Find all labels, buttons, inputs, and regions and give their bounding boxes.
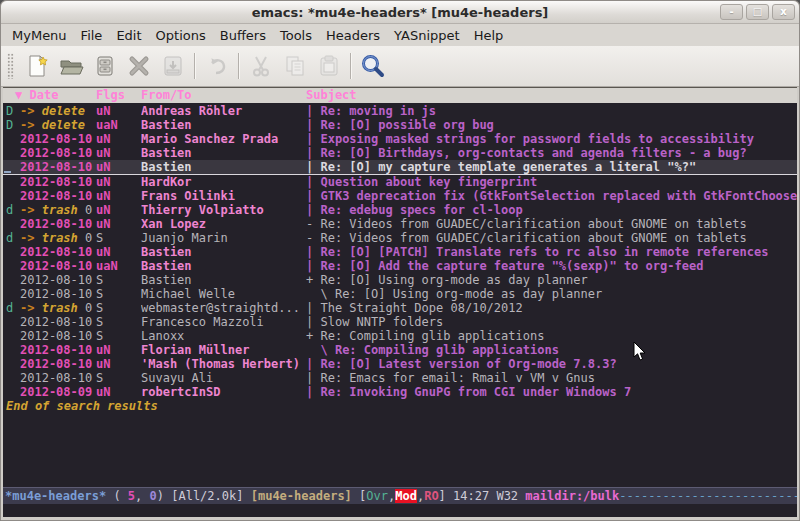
menu-item-yasnippet[interactable]: YASnippet	[387, 26, 467, 45]
menu-item-help[interactable]: Help	[467, 26, 511, 45]
subject-cell: | Re: edebug specs for cl-loop	[306, 203, 797, 217]
thread-prefix: \	[306, 287, 335, 301]
menu-item-tools[interactable]: Tools	[273, 26, 319, 45]
menu-item-buffers[interactable]: Buffers	[213, 26, 273, 45]
column-from-to[interactable]: From/To	[141, 88, 192, 103]
menu-item-headers[interactable]: Headers	[319, 26, 387, 45]
open-folder-icon[interactable]	[54, 50, 88, 82]
date-cell: 2012-08-10	[20, 217, 96, 231]
from-cell: Frans Oilinki	[141, 189, 306, 203]
message-row[interactable]: 2012-08-10SLanoxx+ Re: Compiling glib ap…	[3, 329, 797, 343]
message-row[interactable]: D-> deleteuaNBastien| Re: [O] possible o…	[3, 118, 797, 132]
menu-item-mymenu[interactable]: MyMenu	[5, 26, 74, 45]
modeline-segment-maildir: maildir:/bulk	[525, 489, 619, 503]
subject-cell: | GTK3 deprecation fix (GtkFontSelection…	[306, 189, 797, 203]
window-title: emacs: *mu4e-headers* [mu4e-headers]	[252, 5, 549, 20]
from-cell: HardKor	[141, 175, 306, 189]
flags-cell: S	[96, 371, 141, 385]
thread-prefix: +	[306, 273, 320, 287]
from-cell: Suvayu Ali	[141, 371, 306, 385]
close-button[interactable]: x	[772, 4, 795, 20]
date-cell: 2012-08-10	[20, 343, 96, 357]
mark-for-none	[6, 132, 20, 146]
subject-text: Re: [O] Using org-mode as day planner	[320, 273, 587, 287]
modeline-segment-plain: ,	[135, 489, 149, 503]
thread-prefix: |	[306, 189, 320, 203]
menu-bar: MyMenuFileEditOptionsBuffersToolsHeaders…	[1, 24, 799, 46]
modeline-segment-plain: (	[106, 489, 128, 503]
mark-for-none	[6, 357, 20, 371]
message-row[interactable]: 2012-08-10SFrancesco Mazzoli| Slow NNTP …	[3, 315, 797, 329]
subject-cell: | Exposing masked strings for password f…	[306, 132, 797, 146]
subject-text: The Straight Dope 08/10/2012	[320, 301, 522, 315]
from-cell: Xan Lopez	[141, 217, 306, 231]
column-date[interactable]: ▼ Date	[15, 88, 58, 103]
message-row[interactable]: 2012-08-09uNrobertcInSD| Re: Invoking Gn…	[3, 385, 797, 399]
thread-prefix: -	[306, 217, 320, 231]
flags-cell: uN	[96, 160, 141, 174]
message-row[interactable]: 2012-08-10uNXan Lopez- Re: Videos from G…	[3, 217, 797, 231]
action-arrow: ->	[20, 231, 42, 245]
message-row[interactable]: 2012-08-10uNBastien| Re: [O] Birthdays, …	[3, 146, 797, 160]
message-row[interactable]: d-> trash 0Swebmaster@straightd...| The …	[3, 301, 797, 315]
message-row[interactable]: d-> trash 0SJuanjo Marin- Re: Videos fro…	[3, 231, 797, 245]
message-row[interactable]: 2012-08-10uNHardKor| Question about key …	[3, 175, 797, 189]
subject-cell: | The Straight Dope 08/10/2012	[306, 301, 797, 315]
message-row[interactable]: 2012-08-10uNFrans Oilinki| GTK3 deprecat…	[3, 189, 797, 203]
menu-item-edit[interactable]: Edit	[109, 26, 148, 45]
thread-prefix: |	[306, 146, 320, 160]
subject-cell: | Re: [O] Add the capture feature "%(sex…	[306, 259, 797, 273]
flags-cell: uN	[96, 104, 141, 118]
title-bar[interactable]: emacs: *mu4e-headers* [mu4e-headers] -□x	[1, 1, 799, 24]
date-cell: 2012-08-10	[20, 146, 96, 160]
action-suffix: 0	[78, 203, 92, 217]
from-cell: Michael Welle	[141, 287, 306, 301]
message-list: D-> deleteuNAndreas Röhler| Re: moving i…	[3, 103, 797, 487]
menu-item-options[interactable]: Options	[149, 26, 213, 45]
message-row[interactable]: 2012-08-10SMichael Welle \ Re: [O] Using…	[3, 287, 797, 301]
echo-area[interactable]	[3, 504, 797, 517]
message-row[interactable]: 2012-08-10uNBastien| Re: [O] my capture …	[3, 160, 797, 175]
action-label: trash	[42, 301, 78, 315]
date-cell: 2012-08-10	[20, 132, 96, 146]
flags-cell: uaN	[96, 259, 141, 273]
toolbar-separator	[350, 53, 352, 79]
action-arrow: ->	[20, 203, 42, 217]
message-row[interactable]: 2012-08-10uNFlorian Müllner \ Re: Compil…	[3, 343, 797, 357]
column-subject[interactable]: Subject	[306, 88, 357, 103]
menu-item-file[interactable]: File	[74, 26, 110, 45]
subject-cell: + Re: Compiling glib applications	[306, 329, 797, 343]
emacs-window: emacs: *mu4e-headers* [mu4e-headers] -□x…	[0, 0, 800, 521]
toolbar-drag-handle-icon[interactable]	[7, 53, 14, 79]
column-flags[interactable]: Flgs	[96, 88, 125, 103]
file-cabinet-icon[interactable]	[88, 50, 122, 82]
modeline-segment-plain: 14:27 W32	[453, 489, 525, 503]
subject-cell: | Slow NNTP folders	[306, 315, 797, 329]
message-row[interactable]: 2012-08-10SBastien+ Re: [O] Using org-mo…	[3, 273, 797, 287]
thread-prefix: |	[306, 203, 320, 217]
from-cell: Thierry Volpiatto	[141, 203, 306, 217]
message-row[interactable]: 2012-08-10uaNBastien| Re: [O] Add the ca…	[3, 259, 797, 273]
mark-for-trash: d	[6, 231, 20, 245]
subject-text: Re: [O] my capture template generates a …	[320, 160, 696, 174]
message-row[interactable]: D-> deleteuNAndreas Röhler| Re: moving i…	[3, 104, 797, 118]
subject-text: Re: Invoking GnuPG from CGI under Window…	[320, 385, 631, 399]
maximize-button[interactable]: □	[746, 4, 769, 20]
minimize-button[interactable]: -	[720, 4, 743, 20]
message-row[interactable]: 2012-08-10SSuvayu Ali| Re: Emacs for ema…	[3, 371, 797, 385]
subject-text: Exposing masked strings for password fie…	[320, 132, 753, 146]
flags-cell: S	[96, 231, 141, 245]
mark-for-none	[6, 329, 20, 343]
thread-prefix: |	[306, 118, 320, 132]
undo-icon	[200, 50, 234, 82]
new-file-icon[interactable]	[20, 50, 54, 82]
search-icon[interactable]	[356, 50, 390, 82]
message-row[interactable]: 2012-08-10uN'Mash (Thomas Herbert)| Re: …	[3, 357, 797, 371]
subject-cell: + Re: [O] Using org-mode as day planner	[306, 273, 797, 287]
close-buffer-icon[interactable]	[122, 50, 156, 82]
message-row[interactable]: 2012-08-10uNBastien| Re: [O] [PATCH] Tra…	[3, 245, 797, 259]
message-row[interactable]: 2012-08-10uNMario Sanchez Prada| Exposin…	[3, 132, 797, 146]
message-row[interactable]: d-> trash 0uNThierry Volpiatto| Re: edeb…	[3, 203, 797, 217]
action-arrow: ->	[20, 104, 42, 118]
subject-cell: | Re: [O] possible org bug	[306, 118, 797, 132]
